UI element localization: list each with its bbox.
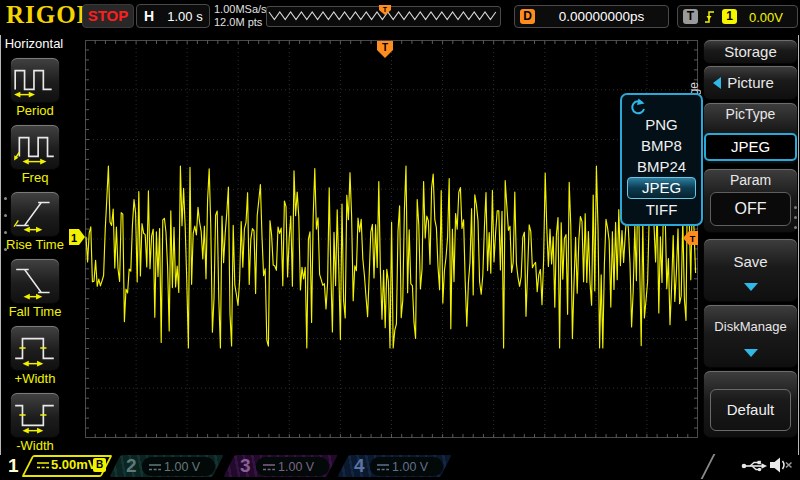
param-label: Param [704, 172, 797, 188]
period-button[interactable] [11, 58, 59, 102]
rise-time-icon [11, 192, 59, 236]
channel1-scale-value: 5.00mV [51, 457, 97, 472]
svg-text:1: 1 [71, 232, 77, 244]
minus-width-button[interactable] [11, 393, 59, 437]
usb-icon [741, 459, 767, 473]
delay-badge: D [520, 9, 535, 24]
picture-label: Picture [727, 74, 774, 91]
param-value-button[interactable]: OFF [710, 192, 791, 226]
rise-time-button[interactable] [11, 192, 59, 236]
status-divider [701, 454, 726, 479]
menu-page-dot [794, 206, 797, 209]
svg-text:T: T [382, 42, 388, 53]
channel1-level-marker[interactable]: 1 [69, 229, 86, 245]
popup-item-png[interactable]: PNG [622, 114, 701, 135]
trigger-level-value: 0.00V [740, 10, 792, 25]
minus-width-label: -Width [0, 438, 70, 453]
default-button[interactable]: Default [710, 389, 791, 431]
channel2-value-box: 1.00 V [142, 457, 215, 476]
period-icon [11, 58, 59, 102]
save-label: Save [704, 253, 797, 270]
pictype-value-button[interactable]: JPEG [704, 133, 797, 161]
trigger-status-box: T 1 0.00V [677, 5, 798, 28]
trigger-source-badge: 1 [722, 9, 737, 24]
submenu-down-arrow-icon [744, 349, 758, 357]
rise-time-label: Rise Time [0, 237, 70, 252]
speaker-muted-icon [769, 456, 793, 474]
menu-scroll-dot [4, 214, 7, 217]
submenu-down-arrow-icon [744, 283, 758, 291]
sample-rate: 1.00MSa/s [214, 3, 267, 16]
freq-icon [11, 125, 59, 169]
timebase-value: 1.00 s [163, 9, 207, 24]
svg-text:T: T [383, 6, 388, 13]
channel3-scale-value: 1.00 V [278, 460, 314, 474]
sample-rate-box: 1.00MSa/s 12.0M pts [214, 3, 267, 29]
freq-label: Freq [0, 170, 70, 185]
channel3-value-box: 1.00 V [256, 457, 329, 476]
menu-header-storage: Storage [704, 40, 797, 63]
trigger-edge-icon [703, 9, 717, 24]
channel1-number[interactable]: 1 [8, 455, 19, 477]
channel4-scale-value: 1.00 V [392, 460, 428, 474]
dc-coupling-icon [37, 461, 49, 470]
fall-time-icon [11, 259, 59, 303]
freq-button[interactable] [11, 125, 59, 169]
diskmanage-label: DiskManage [704, 319, 797, 334]
menu-scroll-dot [4, 197, 7, 200]
popup-item-tiff[interactable]: TIFF [622, 199, 701, 220]
channel2-number[interactable]: 2 [126, 455, 137, 477]
channel2-scale-value: 1.00 V [164, 460, 200, 474]
plus-width-label: +Width [0, 371, 70, 386]
menu-scroll-dot [4, 248, 7, 251]
channel3-number[interactable]: 3 [240, 455, 251, 477]
delay-value: 0.00000000ps [539, 9, 664, 24]
graticule [85, 40, 698, 438]
right-screen-edge [798, 35, 799, 455]
dc-coupling-icon [263, 463, 275, 472]
menu-scroll-dot [4, 231, 7, 234]
fall-time-button[interactable] [11, 259, 59, 303]
dc-coupling-icon [149, 463, 161, 472]
channel1-bandwidth-badge: B [93, 458, 106, 472]
fall-time-label: Fall Time [0, 304, 70, 319]
run-state-badge: STOP [82, 4, 134, 28]
softkey-save[interactable]: Save [704, 239, 797, 301]
popup-item-bmp8[interactable]: BMP8 [622, 135, 701, 156]
rotate-select-icon [627, 98, 647, 115]
h-label: H [144, 8, 154, 24]
memory-depth: 12.0M pts [214, 16, 267, 29]
popup-item-bmp24[interactable]: BMP24 [622, 156, 701, 177]
softkey-picture[interactable]: Picture [704, 66, 797, 99]
preview-trigger-marker: T [379, 5, 391, 16]
plus-width-icon [11, 326, 59, 370]
popup-item-jpeg-selected[interactable]: JPEG [627, 177, 696, 199]
trigger-badge: T [683, 9, 698, 24]
pictype-popup: PNG BMP8 BMP24 JPEG TIFF [620, 93, 703, 226]
menu-page-dot [794, 226, 797, 229]
delay-box: D 0.00000000ps [514, 5, 669, 28]
channel4-value-box: 1.00 V [370, 457, 443, 476]
trigger-level-marker[interactable]: T [683, 231, 698, 245]
back-arrow-icon [713, 77, 721, 89]
horizontal-timebase-box: H 1.00 s [136, 4, 210, 28]
softkey-diskmanage[interactable]: DiskManage [704, 305, 797, 367]
channel4-number[interactable]: 4 [354, 455, 365, 477]
svg-text:T: T [690, 234, 696, 244]
period-label: Period [0, 103, 70, 118]
minus-width-icon [11, 393, 59, 437]
plus-width-button[interactable] [11, 326, 59, 370]
dc-coupling-icon [377, 463, 389, 472]
oscilloscope-screen: RIGOL STOP H 1.00 s 1.00MSa/s 12.0M pts … [0, 0, 800, 480]
menu-page-dot [794, 216, 797, 219]
trigger-position-marker[interactable]: T [377, 41, 393, 58]
pictype-label: PicType [704, 106, 797, 122]
left-menu-title: Horizontal [0, 36, 68, 51]
